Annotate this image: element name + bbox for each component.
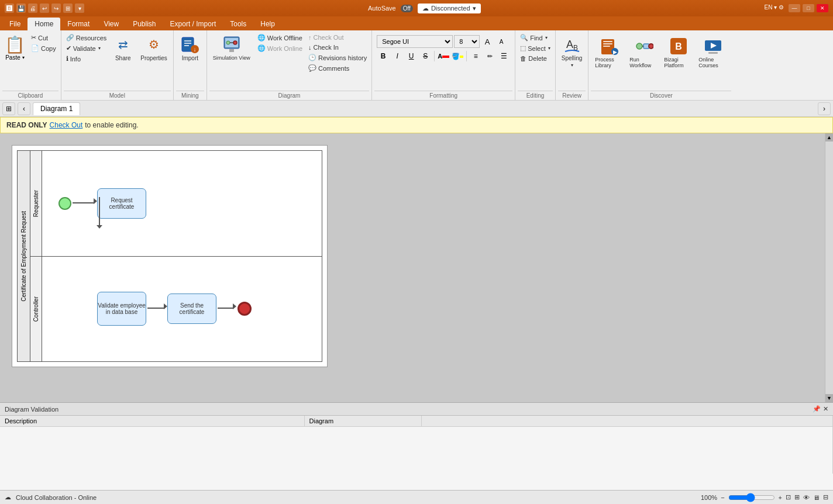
checkout-button[interactable]: ↑ Check Out [306, 33, 369, 42]
info-button[interactable]: ℹ Info [64, 54, 109, 64]
redo-icon[interactable]: ↪ [51, 4, 61, 13]
work-online-button[interactable]: 🌐 Work Online [255, 43, 305, 53]
swimlane-outer: Certificate of Employment Request Reques… [17, 150, 322, 362]
properties-button[interactable]: ⚙ Properties [137, 33, 171, 64]
lane-controller-content: Validate employee in data base Send the … [42, 257, 322, 362]
right-scrollbar[interactable]: ▲ ▼ [825, 133, 833, 402]
svg-text:↓: ↓ [193, 46, 196, 53]
bold-button[interactable]: B [377, 50, 390, 63]
font-shrink-button[interactable]: A [495, 35, 508, 48]
discover-label: Discover [591, 91, 731, 100]
scroll-up-button[interactable]: ▲ [825, 133, 833, 141]
line-color-button[interactable]: ✏ [483, 50, 496, 63]
tab-file[interactable]: File [2, 18, 27, 30]
ribbon-group-clipboard: 📋 Paste▾ ✂ Cut 📄 Copy Clipboard [0, 30, 61, 100]
back-button[interactable]: ‹ [18, 102, 30, 115]
comments-button[interactable]: 💬 Comments [306, 63, 369, 73]
fill-color-button[interactable]: 🪣 [451, 50, 464, 63]
paste-icon: 📋 [5, 35, 25, 54]
run-workflow-button[interactable]: Run Workflow [628, 35, 660, 70]
pin-icon[interactable]: 📌 [813, 405, 821, 413]
work-online-icon: 🌐 [257, 44, 266, 52]
account-area: EN ▾ ⚙ [765, 4, 784, 12]
font-grow-button[interactable]: A [481, 35, 494, 48]
validate-button[interactable]: ✔ Validate ▾ [64, 43, 109, 53]
tab-export-import[interactable]: Export / Import [163, 18, 223, 30]
process-library-button[interactable]: ▶ Process Library [593, 35, 625, 70]
ribbon-group-diagram: Simulation View 🌐 Work Offline 🌐 Work On… [207, 30, 372, 100]
diagram-tab[interactable]: Diagram 1 [33, 102, 80, 115]
autosave-toggle[interactable]: Off [401, 5, 413, 12]
task-send-certificate[interactable]: Send the certificate [167, 294, 216, 324]
task-validate-employee[interactable]: Validate employee in data base [97, 292, 146, 326]
undo-icon[interactable]: ↩ [40, 4, 49, 13]
validation-panel: Diagram Validation 📌 ✕ Description Diagr… [0, 402, 833, 490]
simulation-icon [222, 35, 241, 54]
strikethrough-button[interactable]: S [419, 50, 432, 63]
resources-button[interactable]: 🔗 Resources [64, 33, 109, 43]
minimize-button[interactable]: — [789, 4, 800, 12]
align-button[interactable]: ≡ [469, 50, 482, 63]
zoom-in-icon[interactable]: + [779, 494, 782, 501]
underline-button[interactable]: U [405, 50, 418, 63]
canvas-area[interactable]: Certificate of Employment Request Reques… [0, 133, 825, 402]
revisions-icon: 🕒 [308, 54, 316, 61]
online-courses-button[interactable]: Online Courses [697, 35, 729, 70]
expand-icon[interactable]: ⊞ [63, 4, 73, 13]
close-validation-button[interactable]: ✕ [823, 405, 828, 413]
work-offline-button[interactable]: 🌐 Work Offline [255, 33, 305, 43]
import-button[interactable]: ↓ Import [176, 33, 204, 64]
layout-icon[interactable]: ⊟ [823, 493, 828, 501]
close-button[interactable]: ✕ [817, 4, 828, 12]
tab-publish[interactable]: Publish [126, 18, 163, 30]
simulation-view-button[interactable]: Simulation View [209, 33, 254, 63]
font-color-button[interactable]: A [437, 50, 450, 63]
dropdown-icon[interactable]: ▾ [75, 4, 84, 13]
ribbon-tabs: File Home Format View Publish Export / I… [0, 16, 833, 30]
arrowhead-down [97, 225, 102, 229]
mining-label: Mining [176, 91, 204, 100]
zoom-slider[interactable] [728, 493, 775, 502]
share-button[interactable]: ⇄ Share [110, 33, 136, 64]
find-button[interactable]: 🔍 Find ▾ [518, 33, 553, 43]
tab-view[interactable]: View [97, 18, 126, 30]
fit-page-icon[interactable]: ⊡ [786, 493, 791, 501]
import-icon: ↓ [181, 35, 199, 54]
font-selector[interactable]: Segoe UI [377, 35, 453, 48]
task-request-certificate[interactable]: Request certificate [97, 188, 146, 219]
tab-tools[interactable]: Tools [223, 18, 253, 30]
save-icon[interactable]: 💾 [16, 4, 26, 13]
scroll-down-button[interactable]: ▼ [825, 394, 833, 402]
maximize-button[interactable]: □ [803, 4, 814, 12]
delete-button[interactable]: 🗑 Delete [518, 54, 553, 63]
copy-button[interactable]: 📄 Copy [29, 43, 58, 53]
disconnected-button[interactable]: ☁ Disconnected ▾ [418, 4, 481, 13]
scroll-right-button[interactable]: › [818, 102, 831, 115]
print-icon[interactable]: 🖨 [28, 4, 37, 13]
checkin-button[interactable]: ↓ Check In [306, 43, 369, 52]
arrow-task3-end [218, 308, 234, 309]
more-format-button[interactable]: ☰ [497, 50, 510, 63]
tab-home[interactable]: Home [27, 18, 60, 30]
italic-button[interactable]: I [391, 50, 404, 63]
fmt-sep1 [434, 51, 435, 61]
bizagi-platform-button[interactable]: B Bizagi Platform [662, 35, 694, 70]
readonly-suffix: to enable editing. [85, 121, 138, 129]
checkout-link[interactable]: Check Out [50, 121, 83, 129]
validation-header: Diagram Validation 📌 ✕ [0, 403, 833, 416]
paste-button[interactable]: 📋 Paste▾ [2, 33, 27, 63]
select-button[interactable]: ⬚ Select ▾ [518, 43, 553, 53]
view-icon[interactable]: 👁 [803, 494, 810, 501]
tab-help[interactable]: Help [253, 18, 282, 30]
tab-format[interactable]: Format [60, 18, 97, 30]
grid-icon[interactable]: ⊞ [794, 493, 800, 501]
monitor-icon[interactable]: 🖥 [813, 494, 820, 501]
lane-requester-label: Requester [33, 190, 39, 217]
cut-button[interactable]: ✂ Cut [29, 33, 58, 43]
font-size-selector[interactable]: 8 [454, 35, 480, 48]
grid-view-button[interactable]: ⊞ [2, 102, 15, 115]
diagram-col1: 🌐 Work Offline 🌐 Work Online [255, 33, 305, 53]
zoom-out-icon[interactable]: − [721, 494, 724, 501]
revisions-history-button[interactable]: 🕒 Revisions history [306, 53, 369, 63]
spelling-button[interactable]: A B Spelling ▾ [558, 33, 586, 70]
